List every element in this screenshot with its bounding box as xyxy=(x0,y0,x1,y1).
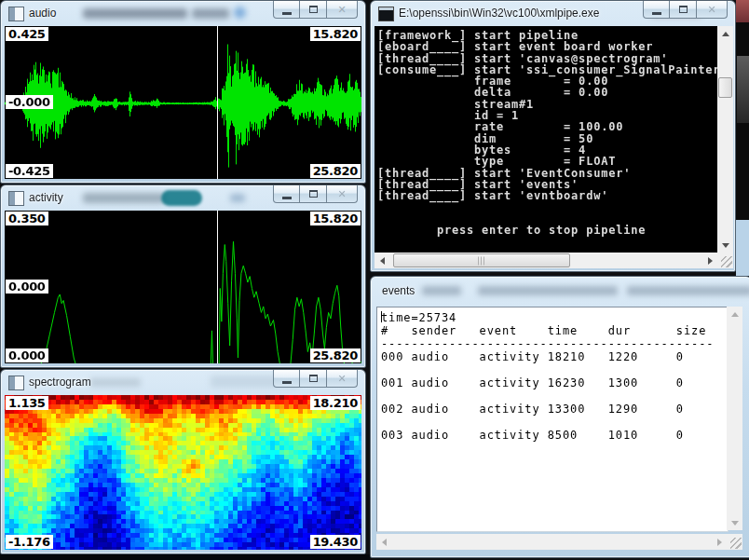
console-titlebar[interactable]: E:\openssi\bin\Win32\vc100\xmlpipe.exe ✕ xyxy=(371,1,735,26)
events-titlebar[interactable]: events xyxy=(371,277,749,306)
arrow-right-icon xyxy=(708,257,713,265)
ghost-window-blur xyxy=(230,194,245,202)
audio-plot-area: 0.425 -0.000 -0.425 15.820 25.820 xyxy=(5,26,361,179)
arrow-down-icon xyxy=(722,243,729,248)
maximize-button[interactable] xyxy=(300,1,327,19)
maximize-button[interactable] xyxy=(670,1,697,19)
scroll-left-button[interactable] xyxy=(376,534,391,550)
time-start-label: 15.820 xyxy=(310,212,361,225)
scrollbar-corner xyxy=(727,534,742,550)
arrow-up-icon xyxy=(731,312,739,317)
minimize-icon xyxy=(652,12,661,15)
minimize-button[interactable] xyxy=(273,1,300,19)
time-start-label: 18.210 xyxy=(310,396,361,410)
activity-titlebar[interactable]: activity ✕ xyxy=(1,185,365,211)
ghost-app-icon-blur xyxy=(234,7,246,19)
scroll-up-button[interactable] xyxy=(727,307,742,321)
events-table-text: time=25734 # sender event time dur size … xyxy=(377,307,728,442)
arrow-left-icon xyxy=(382,539,387,546)
maximize-button[interactable] xyxy=(300,185,327,203)
window-title: events xyxy=(382,284,415,297)
minimize-icon xyxy=(282,12,292,15)
spectrogram-titlebar[interactable]: spectrogram ✕ xyxy=(1,370,365,395)
scrollbar-corner xyxy=(717,253,733,268)
close-button[interactable]: ✕ xyxy=(327,185,358,203)
vertical-scroll-thumb[interactable] xyxy=(718,77,732,98)
minimize-button[interactable] xyxy=(643,1,670,19)
maximize-icon xyxy=(679,6,688,13)
maximize-button[interactable] xyxy=(300,370,327,388)
minimize-button[interactable] xyxy=(273,185,300,203)
activity-line-canvas xyxy=(5,211,361,363)
background-scrollbar-sliver xyxy=(737,56,749,123)
console-window: E:\openssi\bin\Win32\vc100\xmlpipe.exe ✕… xyxy=(370,0,736,272)
arrow-up-icon xyxy=(722,32,729,36)
time-end-label: 25.820 xyxy=(310,164,361,178)
maximize-icon xyxy=(309,190,318,198)
audio-playhead xyxy=(217,26,218,179)
close-icon: ✕ xyxy=(337,2,346,18)
axis-max-label: 0.350 xyxy=(6,212,48,225)
time-start-label: 15.820 xyxy=(310,27,361,41)
scroll-down-button[interactable] xyxy=(717,238,733,253)
spectrogram-plot-area: 1.135 -1.176 18.210 19.430 xyxy=(5,395,361,550)
axis-min-label: -1.176 xyxy=(6,535,53,549)
ghost-window-blur xyxy=(478,286,618,295)
ghost-window-blur xyxy=(627,286,749,295)
events-vertical-scrollbar[interactable] xyxy=(727,307,742,530)
background-close-button-sliver xyxy=(736,0,749,22)
console-output[interactable]: [framework_] start pipeline [eboard____]… xyxy=(374,26,717,253)
scroll-left-button[interactable] xyxy=(374,253,389,268)
activity-playhead xyxy=(217,211,218,363)
console-vertical-scrollbar[interactable] xyxy=(717,26,733,253)
close-icon: ✕ xyxy=(337,371,346,387)
close-button[interactable]: ✕ xyxy=(327,370,358,388)
axis-max-label: 0.425 xyxy=(6,27,48,41)
events-window: events time=25734 # sender event time du… xyxy=(370,276,749,558)
resize-grip-icon[interactable] xyxy=(730,538,742,549)
maximize-icon xyxy=(309,6,318,13)
horizontal-scroll-thumb[interactable] xyxy=(393,253,570,267)
axis-zero-label: -0.000 xyxy=(6,95,53,109)
background-window-sliver-bottom xyxy=(0,554,370,560)
window-title: activity xyxy=(29,191,63,204)
maximize-icon xyxy=(309,375,318,382)
console-horizontal-scrollbar[interactable] xyxy=(374,253,717,268)
time-end-label: 19.430 xyxy=(310,535,361,549)
audio-window: audio ✕ 0.425 -0.000 -0.425 15.820 25.82… xyxy=(0,0,366,184)
scroll-down-button[interactable] xyxy=(727,515,742,530)
activity-plot-area: 0.350 0.000 0.000 15.820 25.820 xyxy=(5,211,361,363)
audio-titlebar[interactable]: audio ✕ xyxy=(1,1,365,26)
minimize-icon xyxy=(282,197,292,199)
minimize-button[interactable] xyxy=(273,370,300,388)
ghost-window-blur xyxy=(83,8,187,19)
spectrogram-window: spectrogram ✕ 1.135 -1.176 18.210 19.430 xyxy=(0,369,366,554)
background-window-sliver-blue xyxy=(736,220,749,276)
app-icon xyxy=(8,191,24,206)
scroll-right-button[interactable] xyxy=(702,253,717,268)
axis-min-label: 0.000 xyxy=(6,348,48,362)
arrow-right-icon xyxy=(717,539,722,546)
axis-zero-label: 0.000 xyxy=(6,280,48,294)
close-icon: ✕ xyxy=(337,186,346,202)
time-end-label: 25.820 xyxy=(310,348,361,362)
close-button[interactable]: ✕ xyxy=(697,1,728,19)
ghost-window-blur xyxy=(192,8,229,19)
close-button[interactable]: ✕ xyxy=(327,1,358,19)
ghost-window-blur xyxy=(83,193,165,203)
arrow-left-icon xyxy=(380,257,385,265)
resize-grip-icon[interactable] xyxy=(721,256,732,267)
ghost-window-blur xyxy=(89,378,141,387)
audio-waveform-canvas xyxy=(5,26,361,179)
events-log[interactable]: time=25734 # sender event time dur size … xyxy=(376,307,729,532)
window-title: audio xyxy=(29,7,56,20)
arrow-down-icon xyxy=(731,521,739,526)
ghost-button-blur xyxy=(161,190,202,206)
app-icon xyxy=(8,376,24,390)
events-horizontal-scrollbar[interactable] xyxy=(376,534,727,550)
axis-min-label: -0.425 xyxy=(6,164,53,178)
app-icon xyxy=(8,7,24,21)
scroll-up-button[interactable] xyxy=(717,26,733,41)
console-output-text: [framework_] start pipeline [eboard____]… xyxy=(374,26,717,236)
scroll-right-button[interactable] xyxy=(712,534,727,550)
